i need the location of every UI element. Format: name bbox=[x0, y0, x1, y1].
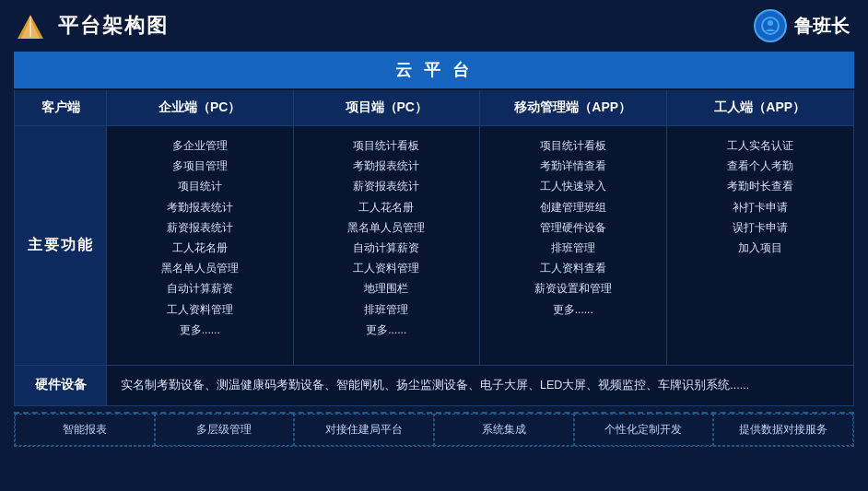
header-left: 平台架构图 bbox=[14, 9, 169, 42]
worker-feat-3: 补打卡申请 bbox=[674, 199, 847, 216]
enterprise-feat-2: 项目统计 bbox=[114, 178, 286, 195]
features-row: 主要功能 多企业管理 多项目管理 项目统计 考勤报表统计 薪资报表统计 工人花名… bbox=[14, 126, 854, 366]
enterprise-feat-1: 多项目管理 bbox=[114, 158, 286, 175]
row-label-main-features: 主要功能 bbox=[15, 126, 107, 365]
bottom-feat-3: 系统集成 bbox=[434, 414, 574, 446]
bottom-feat-5: 提供数据对接服务 bbox=[713, 414, 853, 446]
hardware-row: 硬件设备 实名制考勤设备、测温健康码考勤设备、智能闸机、扬尘监测设备、电子大屏、… bbox=[14, 366, 854, 406]
bottom-feat-0: 智能报表 bbox=[15, 414, 155, 446]
enterprise-feat-8: 工人资料管理 bbox=[114, 301, 286, 319]
project-feat-6: 工人资料管理 bbox=[301, 260, 473, 277]
project-feat-8: 排班管理 bbox=[301, 301, 473, 319]
bottom-features-row: 智能报表 多层级管理 对接住建局平台 系统集成 个性化定制开发 提供数据对接服务 bbox=[14, 412, 854, 447]
mobile-feat-6: 工人资料查看 bbox=[487, 260, 659, 277]
brand-name: 鲁班长 bbox=[794, 14, 850, 39]
header: 平台架构图 鲁班长 bbox=[0, 0, 868, 52]
bottom-feat-1: 多层级管理 bbox=[155, 414, 295, 446]
main-content: 云 平 台 客户端 企业端（PC） 项目端（PC） 移动管理端（APP） 工人端… bbox=[0, 52, 868, 456]
mobile-feat-5: 排班管理 bbox=[487, 240, 659, 257]
hardware-label: 硬件设备 bbox=[15, 366, 107, 405]
mobile-feat-7: 薪资设置和管理 bbox=[487, 280, 659, 298]
svg-point-4 bbox=[768, 20, 773, 26]
project-feat-5: 自动计算薪资 bbox=[301, 240, 473, 257]
col-header-mobile: 移动管理端（APP） bbox=[480, 90, 667, 125]
enterprise-feat-6: 黑名单人员管理 bbox=[114, 260, 286, 277]
project-feat-0: 项目统计看板 bbox=[301, 137, 473, 155]
enterprise-feat-4: 薪资报表统计 bbox=[114, 219, 286, 237]
enterprise-feat-7: 自动计算薪资 bbox=[114, 280, 286, 298]
col-header-enterprise: 企业端（PC） bbox=[107, 90, 294, 125]
mobile-features-col: 项目统计看板 考勤详情查看 工人快速录入 创建管理班组 管理硬件设备 排班管理 … bbox=[480, 126, 667, 365]
enterprise-feat-3: 考勤报表统计 bbox=[114, 199, 286, 216]
mobile-feat-1: 考勤详情查看 bbox=[487, 158, 659, 175]
worker-feat-4: 误打卡申请 bbox=[674, 219, 847, 237]
mobile-feat-0: 项目统计看板 bbox=[487, 137, 659, 155]
mobile-feat-8: 更多...... bbox=[487, 301, 659, 319]
enterprise-features-col: 多企业管理 多项目管理 项目统计 考勤报表统计 薪资报表统计 工人花名册 黑名单… bbox=[107, 126, 294, 365]
project-features-col: 项目统计看板 考勤报表统计 薪资报表统计 工人花名册 黑名单人员管理 自动计算薪… bbox=[294, 126, 481, 365]
enterprise-feat-0: 多企业管理 bbox=[114, 137, 286, 155]
mobile-feat-4: 管理硬件设备 bbox=[487, 219, 659, 237]
worker-feat-5: 加入项目 bbox=[674, 240, 847, 257]
project-feat-3: 工人花名册 bbox=[301, 199, 473, 216]
project-feat-1: 考勤报表统计 bbox=[301, 158, 473, 175]
project-feat-2: 薪资报表统计 bbox=[301, 178, 473, 195]
mobile-feat-3: 创建管理班组 bbox=[487, 199, 659, 216]
col-header-worker: 工人端（APP） bbox=[667, 90, 854, 125]
page-title: 平台架构图 bbox=[58, 12, 169, 40]
worker-features-col: 工人实名认证 查看个人考勤 考勤时长查看 补打卡申请 误打卡申请 加入项目 bbox=[667, 126, 854, 365]
app-logo-icon bbox=[14, 9, 47, 42]
mobile-feat-2: 工人快速录入 bbox=[487, 178, 659, 195]
cloud-platform-banner: 云 平 台 bbox=[14, 52, 854, 88]
enterprise-feat-9: 更多...... bbox=[114, 321, 286, 339]
col-header-client: 客户端 bbox=[15, 90, 107, 125]
hardware-content: 实名制考勤设备、测温健康码考勤设备、智能闸机、扬尘监测设备、电子大屏、LED大屏… bbox=[107, 366, 853, 405]
worker-feat-0: 工人实名认证 bbox=[674, 137, 847, 155]
brand-logo: 鲁班长 bbox=[754, 9, 850, 42]
col-header-project: 项目端（PC） bbox=[294, 90, 481, 125]
bottom-feat-4: 个性化定制开发 bbox=[574, 414, 714, 446]
worker-feat-1: 查看个人考勤 bbox=[674, 158, 847, 175]
project-feat-9: 更多...... bbox=[301, 321, 473, 339]
enterprise-feat-5: 工人花名册 bbox=[114, 240, 286, 257]
project-feat-4: 黑名单人员管理 bbox=[301, 219, 473, 237]
project-feat-7: 地理围栏 bbox=[301, 280, 473, 298]
brand-circle-icon bbox=[754, 9, 787, 42]
worker-feat-2: 考勤时长查看 bbox=[674, 178, 847, 195]
bottom-feat-2: 对接住建局平台 bbox=[294, 414, 434, 446]
column-headers: 客户端 企业端（PC） 项目端（PC） 移动管理端（APP） 工人端（APP） bbox=[14, 90, 854, 126]
